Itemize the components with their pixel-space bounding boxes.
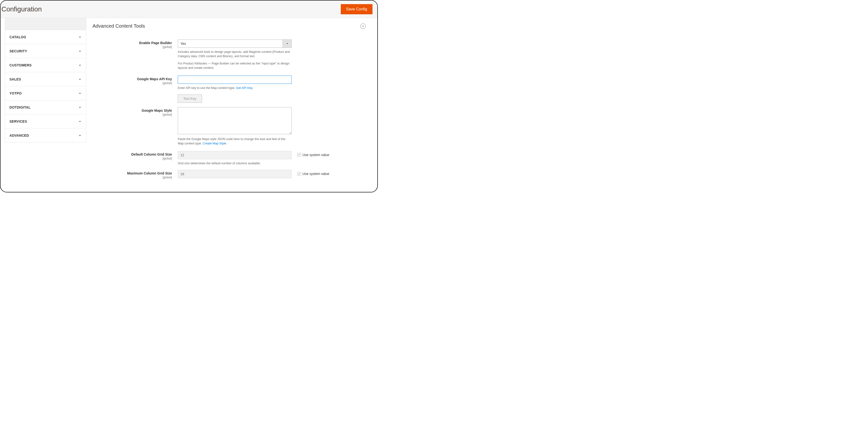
sidebar-item-label: SERVICES bbox=[9, 119, 27, 123]
field-note: Enter API key to use the Map content typ… bbox=[178, 86, 291, 90]
sidebar-item-label: YOTPO bbox=[9, 91, 22, 95]
field-label: Google Maps Style bbox=[142, 109, 172, 113]
chevron-up-icon bbox=[362, 25, 364, 27]
field-label: Default Column Grid Size bbox=[131, 152, 172, 156]
field-note: Grid size determines the default number … bbox=[178, 161, 291, 166]
sidebar-item-advanced-reporting[interactable]: Advanced Reporting bbox=[5, 18, 86, 30]
field-test-key: Test Key bbox=[93, 94, 368, 103]
use-system-value-label: Use system value bbox=[303, 153, 329, 157]
field-default-column-grid-size: Default Column Grid Size [global] Grid s… bbox=[93, 151, 368, 166]
page-header: Configuration Save Config bbox=[0, 0, 377, 18]
chevron-down-icon bbox=[78, 134, 82, 137]
sidebar-item-catalog[interactable]: CATALOG bbox=[5, 30, 86, 44]
field-note: For Product Attributes — Page Builder ca… bbox=[178, 61, 291, 70]
field-scope: [global] bbox=[93, 45, 172, 49]
default-column-grid-size-input[interactable] bbox=[178, 151, 291, 159]
sidebar-item-advanced[interactable]: ADVANCED bbox=[5, 128, 86, 143]
field-note: Paste the Google Maps style JSON code he… bbox=[178, 137, 291, 146]
sidebar-item-label: CATALOG bbox=[9, 35, 26, 39]
page-title: Configuration bbox=[0, 5, 42, 13]
select-arrow bbox=[283, 40, 291, 48]
sidebar-item-label: DOTDIGITAL bbox=[9, 106, 31, 109]
google-maps-style-textarea[interactable] bbox=[178, 107, 291, 134]
chevron-down-icon bbox=[78, 35, 82, 39]
config-sidebar: Advanced Reporting CATALOG SECURITY CUST… bbox=[0, 18, 91, 192]
field-label: Maximum Column Grid Size bbox=[127, 171, 172, 175]
collapse-toggle[interactable] bbox=[361, 24, 366, 29]
google-maps-api-key-input[interactable] bbox=[178, 76, 291, 84]
field-scope: [global] bbox=[93, 176, 172, 179]
sidebar-item-label: ADVANCED bbox=[9, 134, 29, 138]
chevron-down-icon bbox=[78, 120, 82, 123]
create-map-style-link[interactable]: Create Map Style bbox=[203, 142, 226, 145]
chevron-down-icon bbox=[78, 92, 82, 95]
save-config-button[interactable]: Save Config bbox=[341, 4, 372, 14]
sidebar-item-label: CUSTOMERS bbox=[9, 63, 32, 67]
sidebar-item-label: SECURITY bbox=[9, 49, 27, 53]
maximum-column-grid-size-input[interactable] bbox=[178, 170, 291, 178]
sidebar-item-label: SALES bbox=[9, 77, 21, 81]
chevron-down-icon bbox=[78, 63, 82, 67]
field-maximum-column-grid-size: Maximum Column Grid Size [global] ✓ Use … bbox=[93, 170, 368, 179]
field-label: Enable Page Builder bbox=[139, 41, 172, 45]
field-label: Google Maps API Key bbox=[137, 77, 172, 81]
field-scope: [global] bbox=[93, 82, 172, 85]
field-scope: [global] bbox=[93, 157, 172, 160]
field-enable-page-builder: Enable Page Builder [global] Yes Include… bbox=[93, 39, 368, 70]
use-system-value-checkbox[interactable]: ✓ bbox=[298, 153, 301, 156]
field-google-maps-style: Google Maps Style [global] Paste the Goo… bbox=[93, 107, 368, 146]
section-header[interactable]: Advanced Content Tools bbox=[93, 23, 368, 29]
sidebar-item-yotpo[interactable]: YOTPO bbox=[5, 86, 86, 100]
enable-page-builder-select[interactable]: Yes bbox=[178, 39, 291, 48]
field-google-maps-api-key: Google Maps API Key [global] Enter API k… bbox=[93, 76, 368, 90]
field-scope: [global] bbox=[93, 113, 172, 116]
section-title: Advanced Content Tools bbox=[93, 23, 145, 29]
chevron-down-icon bbox=[78, 106, 82, 109]
test-key-button[interactable]: Test Key bbox=[178, 94, 202, 103]
sidebar-item-customers[interactable]: CUSTOMERS bbox=[5, 58, 86, 72]
use-system-value-checkbox[interactable]: ✓ bbox=[298, 172, 301, 176]
sidebar-item-security[interactable]: SECURITY bbox=[5, 44, 86, 58]
config-main: Advanced Content Tools Enable Page Build… bbox=[91, 18, 377, 192]
svg-marker-0 bbox=[286, 43, 288, 44]
select-value: Yes bbox=[178, 40, 283, 48]
caret-down-icon bbox=[286, 42, 288, 45]
chevron-down-icon bbox=[78, 78, 82, 81]
sidebar-item-dotdigital[interactable]: DOTDIGITAL bbox=[5, 100, 86, 114]
get-api-key-link[interactable]: Get API Key bbox=[236, 86, 252, 90]
chevron-down-icon bbox=[78, 50, 82, 53]
use-system-value-label: Use system value bbox=[303, 172, 329, 176]
sidebar-item-services[interactable]: SERVICES bbox=[5, 114, 86, 128]
sidebar-item-sales[interactable]: SALES bbox=[5, 72, 86, 86]
field-note: Includes advanced tools to design page l… bbox=[178, 50, 291, 58]
